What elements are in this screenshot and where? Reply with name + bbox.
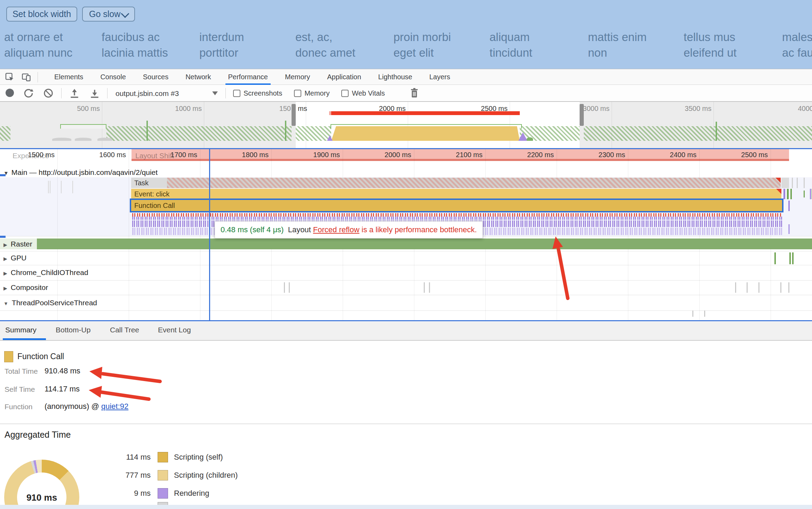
tab-sources[interactable]: Sources [142,69,170,85]
checkbox-box[interactable] [233,90,240,97]
overview-ruler-label: 1000 ms [150,105,202,112]
minor-event-mark [788,224,790,234]
track-row-threadpoolservicethread[interactable]: ▼ThreadPoolServiceThread [0,295,812,310]
function-call-bar[interactable]: Function Call [131,200,782,211]
layout-shift-band-edge [132,159,789,161]
set-block-width-button[interactable]: Set block width [6,7,77,22]
track-name: GPU [11,254,27,262]
layout-events-stripe[interactable] [132,217,782,220]
rendering-bump [327,135,333,141]
selection-handle-right[interactable] [580,104,584,126]
checkbox-label: Memory [304,90,329,97]
long-task-bar [331,111,520,115]
track-name: Compositor [11,283,48,291]
flame-ruler-label: 2400 ms [651,151,696,159]
track-row-raster[interactable]: ▶Raster [0,239,812,249]
page-text-line: eleifend ut [684,45,737,60]
details-tab-event-log[interactable]: Event Log [158,326,191,334]
minor-event-mark [788,201,790,211]
legend-color-swatch [158,452,168,462]
details-tab-summary[interactable]: Summary [5,326,37,334]
page-text-line: est, ac, [295,29,355,45]
details-tab-bottom-up[interactable]: Bottom-Up [56,326,90,334]
inspect-element-icon[interactable] [5,72,15,83]
checkbox-screenshots[interactable]: Screenshots [233,90,282,97]
function-label: Function [5,403,33,411]
task-end-block [781,178,789,188]
overview-ruler-label: 150 [239,105,291,112]
tab-performance[interactable]: Performance [227,69,270,85]
tab-network[interactable]: Network [184,69,212,85]
selection-handle-left[interactable] [292,104,296,126]
page-text-line: males [782,29,812,45]
flame-chart[interactable]: Experience Layout Shift 1500 ms1600 ms17… [0,149,812,320]
go-slow-select[interactable]: Go slow [82,7,135,22]
flame-ruler-label: 1700 ms [152,151,197,159]
track-name: ThreadPoolServiceThread [12,299,97,307]
tab-elements[interactable]: Elements [53,69,85,85]
device-toolbar-icon[interactable] [22,72,31,83]
trash-icon[interactable] [409,88,420,100]
layout-events-stripe[interactable] [132,213,782,217]
details-tab-call-tree[interactable]: Call Tree [110,326,139,334]
tab-application[interactable]: Application [326,69,363,85]
forced-reflow-link[interactable]: Forced reflow [313,225,359,234]
flame-ruler-label: 1800 ms [223,151,269,159]
self-time-value: 114.17 ms [45,385,80,394]
expand-caret-icon[interactable]: ▼ [3,301,8,306]
expand-caret-icon[interactable]: ▶ [3,270,7,276]
clear-icon[interactable] [43,88,54,100]
track-row-chrome_childiothread[interactable]: ▶Chrome_ChildIOThread [0,265,812,280]
forced-reflow-tooltip: 0.48 ms (self 4 μs) Layout Forced reflow… [215,221,483,239]
checkbox-memory[interactable]: Memory [294,90,329,97]
compositor-activity-tick [788,282,789,293]
chevron-down-icon[interactable] [212,91,218,95]
tab-memory[interactable]: Memory [284,69,311,85]
donut-total-label: 910 ms [4,492,79,503]
source-link[interactable]: quiet:92 [101,402,128,411]
tab-layers[interactable]: Layers [428,69,452,85]
overview-ruler-label: 500 ms [48,105,100,112]
aggregated-time-donut: 910 ms [4,460,79,509]
function-call-label: Function Call [134,202,175,209]
expand-caret-icon[interactable]: ▶ [3,256,7,261]
minor-event-mark [804,191,805,197]
main-thread-label: Main — http://output.jsbin.com/aqavin/2/… [11,168,158,176]
overview-gridline [612,102,612,148]
gpu-activity-spike [285,121,286,141]
legend-value: 9 ms [98,489,151,498]
task-bar-label-block[interactable]: Task [131,178,167,188]
expand-caret-icon[interactable]: ▶ [3,285,7,291]
overview-ruler-label: 4000 [761,105,812,112]
checkbox-web-vitals[interactable]: Web Vitals [341,90,385,97]
overview-ruler-label: 3500 ms [659,105,711,112]
task-bar[interactable] [167,178,781,188]
timeline-overview[interactable]: 500 ms1000 ms2000 ms2500 ms3000 ms3500 m… [0,102,812,148]
page-text-line: proin morbi [393,29,451,45]
main-thread-header[interactable]: ▼Main — http://output.jsbin.com/aqavin/2… [3,168,158,177]
checkbox-box[interactable] [341,90,349,97]
tab-console[interactable]: Console [99,69,127,85]
frames-activity-box [60,124,106,129]
load-profile-icon[interactable] [69,88,80,100]
save-profile-icon[interactable] [89,88,100,100]
chrome-devtools-window: Set block width Go slow at ornare etaliq… [0,0,812,509]
event-click-bar[interactable]: Event: click [131,189,781,199]
reload-icon[interactable] [23,88,34,100]
checkbox-box[interactable] [294,90,301,97]
profile-select[interactable]: output.jsbin.com #3 [116,90,179,97]
track-row-gpu[interactable]: ▶GPU [0,251,812,265]
expand-caret-icon[interactable]: ▶ [3,242,7,248]
record-icon[interactable] [6,89,14,97]
track-row-compositor[interactable]: ▶Compositor [0,280,812,295]
compositor-activity-tick [284,282,285,293]
page-text-column: interdumporttitor [199,29,244,60]
page-text-line: mattis enim [588,29,647,45]
tab-lighthouse[interactable]: Lighthouse [377,69,414,85]
go-slow-select-label: Go slow [89,7,120,21]
cpu-minor-mound [97,138,112,141]
minor-event-mark [790,189,792,199]
rendering-bump [518,132,527,141]
page-text-column: aliquamtincidunt [489,29,532,60]
legend-label: Scripting (self) [174,453,223,462]
